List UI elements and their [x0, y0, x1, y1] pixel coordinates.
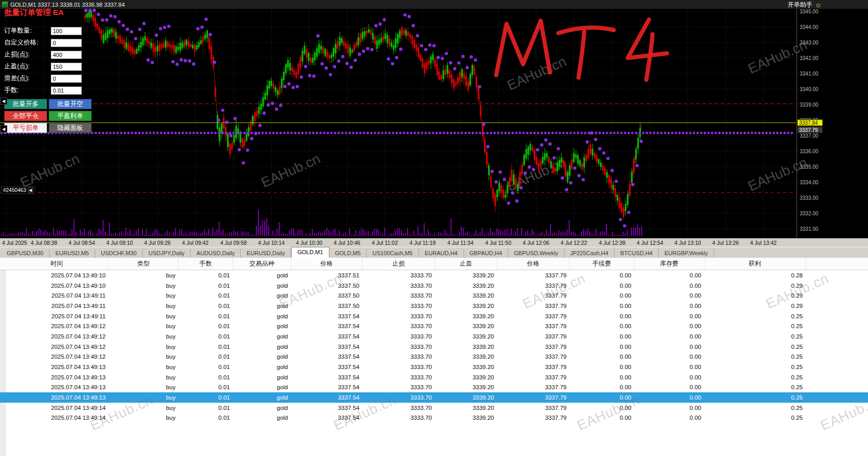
trade-cell: 0.00	[570, 283, 634, 289]
ea-field-row: 手数:	[4, 84, 82, 96]
table-header-cell[interactable]: 手数	[179, 258, 233, 270]
time-axis-label: 4 Jul 11:50	[485, 240, 512, 246]
chart-tab-usdchf-m30[interactable]: USDCHF,M30	[95, 249, 143, 258]
trade-cell: gold	[233, 405, 291, 411]
price-chart-canvas[interactable]: EAHub.cnEAHub.cnEAHub.cnEAHub.cnEAHub.cn…	[0, 9, 868, 238]
trade-row[interactable]: 2025.07.04 13:49:11buy0.01gold3337.54333…	[0, 311, 868, 321]
time-axis-label: 4 Jul 10:46	[334, 240, 360, 246]
trade-cell: 0.00	[570, 415, 634, 421]
chart-tab-jp225cash-h4[interactable]: JP225Cash,H4	[565, 249, 615, 258]
price-axis: 3345.003344.003343.003342.003341.003340.…	[797, 9, 868, 238]
trade-cell: 0.25	[704, 384, 806, 390]
trade-cell: 0.00	[570, 405, 634, 411]
trade-cell: 3337.54	[291, 374, 363, 380]
trade-cell: 0.25	[704, 354, 806, 360]
trade-row[interactable]: 2025.07.04 13:49:13buy0.01gold3337.54333…	[0, 362, 868, 372]
order-helper-label: 开单助手	[788, 1, 813, 9]
trade-cell: 3337.54	[291, 384, 363, 390]
trade-row[interactable]: 2025.07.04 13:49:13buy0.01gold3337.54333…	[0, 392, 868, 403]
ea-field-input-4[interactable]	[51, 75, 82, 83]
table-header-cell[interactable]: 价格	[497, 258, 570, 270]
trade-cell: 0.00	[570, 374, 634, 380]
price-axis-label: 3344.00	[800, 24, 818, 30]
trade-cell: 0.01	[179, 323, 233, 329]
price-axis-label: 3345.00	[800, 9, 818, 14]
time-axis-label: 4 Jul 08:38	[31, 240, 57, 246]
chart-tab-eurgbp-weekly[interactable]: EURGBP,Weekly	[659, 249, 714, 258]
table-header-cell[interactable]: 止盈	[435, 258, 497, 270]
ea-button-4[interactable]: 平亏损单	[4, 123, 47, 133]
chart-tab-audusd-daily[interactable]: AUDUSD,Daily	[191, 249, 241, 258]
trade-row[interactable]: 2025.07.04 13:49:10buy0.01gold3337.51333…	[0, 270, 868, 281]
ea-button-2[interactable]: 全部平仓	[4, 111, 47, 121]
table-header-cell[interactable]: 库存费	[634, 258, 704, 270]
trade-cell: 3337.50	[291, 292, 363, 299]
chart-tab-eurusd-daily[interactable]: EURUSD,Daily	[241, 249, 291, 258]
chart-tab-us100cash-m5[interactable]: US100Cash,M5	[367, 249, 419, 258]
table-header-cell[interactable]: 手续费	[570, 258, 634, 270]
ea-button-1[interactable]: 批量开空	[49, 99, 92, 109]
chart-tab-euraud-h4[interactable]: EURAUD,H4	[419, 249, 464, 258]
trade-cell: 0.01	[179, 405, 233, 411]
ea-field-input-5[interactable]	[51, 86, 82, 95]
table-header-cell[interactable]: 获利	[704, 258, 806, 270]
trade-cell: 3337.79	[497, 313, 570, 319]
ea-field-input-1[interactable]	[51, 39, 82, 47]
trade-cell: 0.01	[179, 333, 233, 340]
ea-field-input-0[interactable]	[51, 27, 82, 35]
chart-area[interactable]: EAHub.cnEAHub.cnEAHub.cnEAHub.cnEAHub.cn…	[0, 9, 868, 238]
ea-field-input-3[interactable]	[51, 63, 82, 71]
trade-row[interactable]: 2025.07.04 13:49:12buy0.01gold3337.54333…	[0, 352, 868, 362]
trade-cell: 3337.54	[291, 354, 363, 360]
trade-cell: 3337.79	[497, 272, 570, 278]
chart-tab-usdjpy-daily[interactable]: USDJPY,Daily	[143, 249, 191, 258]
trade-cell: gold	[233, 272, 291, 278]
order-helper-button[interactable]: 开单助手 ☺	[788, 1, 821, 9]
table-header-cell[interactable]: 时间	[5, 258, 109, 270]
time-axis-label: 4 Jul 09:42	[182, 240, 208, 246]
order-arrow-icon: ◀	[28, 187, 33, 193]
trade-cell: 3337.79	[497, 415, 570, 421]
table-header-cell[interactable]: 交易品种	[233, 258, 291, 270]
ea-field-input-2[interactable]	[51, 51, 82, 59]
trade-row[interactable]: 2025.07.04 13:49:10buy0.01gold3337.50333…	[0, 281, 868, 291]
trade-row[interactable]: 2025.07.04 13:49:13buy0.01gold3337.54333…	[0, 383, 868, 393]
trade-row[interactable]: 2025.07.04 13:49:14buy0.01gold3337.54333…	[0, 403, 868, 413]
table-header-cell[interactable]: 价格	[291, 258, 363, 270]
table-header-cell[interactable]: 止损	[363, 258, 435, 270]
trade-row[interactable]: 2025.07.04 13:49:12buy0.01gold3337.54333…	[0, 321, 868, 331]
trade-cell: 2025.07.04 13:49:14	[5, 415, 109, 421]
trade-cell: 0.25	[704, 323, 806, 329]
ea-button-0[interactable]: 批量开多	[4, 99, 47, 109]
trade-row[interactable]: 2025.07.04 13:49:11buy0.01gold3337.50333…	[0, 290, 868, 301]
chart-tab-gold-m5[interactable]: GOLD,M5	[329, 249, 367, 258]
chart-tab-gold-m1[interactable]: GOLD,M1	[291, 247, 329, 258]
chart-tab-gbpusd-m30[interactable]: GBPUSD,M30	[1, 249, 50, 258]
table-header-cell[interactable]: 类型	[109, 258, 179, 270]
chart-tab-gbpaud-h4[interactable]: GBPAUD,H4	[464, 249, 509, 258]
ea-button-3[interactable]: 平盈利单	[49, 111, 92, 121]
chart-tab-gbpusd-weekly[interactable]: GBPUSD,Weekly	[508, 249, 564, 258]
trade-row[interactable]: 2025.07.04 13:49:11buy0.01gold3337.50333…	[0, 301, 868, 311]
trade-row[interactable]: 2025.07.04 13:49:12buy0.01gold3337.54333…	[0, 342, 868, 352]
trade-cell: 0.00	[634, 354, 704, 360]
trade-cell: 3333.70	[363, 374, 435, 380]
trade-row[interactable]: 2025.07.04 13:49:14buy0.01gold3337.54333…	[0, 413, 868, 423]
trade-cell: 0.00	[634, 405, 704, 411]
ea-field-label: 手数:	[4, 86, 51, 95]
trade-cell: 3337.51	[291, 272, 363, 278]
time-axis-label: 4 Jul 08:54	[68, 240, 95, 246]
trade-cell: 3337.79	[497, 354, 570, 360]
time-axis-label: 4 Jul 12:38	[599, 240, 625, 246]
trade-row[interactable]: 2025.07.04 13:49:12buy0.01gold3337.54333…	[0, 331, 868, 342]
time-axis-label: 4 Jul 11:18	[410, 240, 436, 246]
trade-cell: 3333.70	[363, 364, 435, 370]
ea-button-5[interactable]: 隐藏面板	[49, 123, 92, 133]
chart-tab-eurusd-m5[interactable]: EURUSD,M5	[50, 249, 95, 258]
trade-cell: 3337.50	[291, 283, 363, 289]
trade-row[interactable]: 2025.07.04 13:49:13buy0.01gold3337.54333…	[0, 372, 868, 383]
trade-cell: 3339.20	[435, 364, 497, 370]
chart-tab-btcusd-h4[interactable]: BTCUSD,H4	[615, 249, 659, 258]
trade-cell: 0.00	[570, 333, 634, 340]
trade-cell: 3333.70	[363, 323, 435, 329]
